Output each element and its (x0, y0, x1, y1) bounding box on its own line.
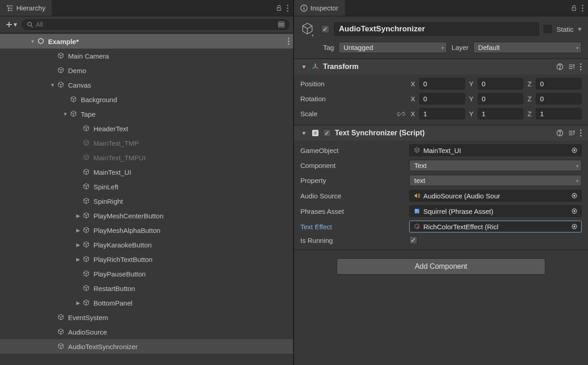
hierarchy-item[interactable]: AudioSource (0, 325, 293, 339)
preset-icon[interactable] (568, 129, 575, 137)
hierarchy-item[interactable]: ▼Canvas (0, 78, 293, 92)
kebab-menu-icon[interactable] (580, 63, 582, 70)
gameobject-icon (82, 138, 91, 148)
create-button[interactable]: ▾ (4, 20, 19, 30)
expand-toggle[interactable]: ▼ (300, 130, 308, 136)
add-component-button[interactable]: Add Component (337, 258, 545, 275)
audio-source-label: Audio Source (300, 192, 406, 200)
layer-dropdown[interactable]: Default (473, 42, 582, 53)
expand-toggle[interactable]: ▶ (74, 213, 82, 219)
preset-icon[interactable] (568, 63, 575, 70)
gameobject-icon (82, 226, 91, 235)
hierarchy-item[interactable]: SpinLeft (0, 179, 293, 194)
static-checkbox[interactable] (544, 25, 552, 33)
gameobject-field[interactable]: MainText_UI (409, 144, 582, 156)
object-icon[interactable]: ▾ (300, 21, 317, 37)
svg-point-38 (580, 66, 582, 68)
property-dropdown[interactable]: text (409, 175, 582, 186)
expand-toggle[interactable]: ▼ (29, 39, 36, 44)
expand-toggle[interactable]: ▶ (74, 242, 82, 248)
object-name-field[interactable]: AudioTextSynchronizer (334, 22, 539, 36)
rotation-x-field[interactable]: 0 (419, 93, 465, 104)
rotation-y-field[interactable]: 0 (478, 93, 524, 104)
hierarchy-item[interactable]: ▼Tape (0, 107, 293, 121)
position-label: Position (300, 80, 406, 88)
cube-icon (413, 147, 421, 154)
svg-point-26 (582, 10, 583, 11)
gameobject-icon (82, 284, 91, 293)
hierarchy-item[interactable]: SpinRight (0, 194, 293, 208)
hierarchy-item[interactable]: HeaderText (0, 121, 293, 136)
hierarchy-item[interactable]: Demo (0, 63, 293, 78)
expand-toggle[interactable]: ▼ (49, 82, 56, 88)
hierarchy-item[interactable]: ▶PlayMeshAlphaButton (0, 223, 293, 237)
object-picker-icon[interactable] (570, 192, 578, 200)
text-effect-label: Text Effect (300, 223, 406, 231)
z-label: Z (526, 80, 533, 88)
scene-row[interactable]: ▼ Example* (0, 34, 293, 49)
kebab-menu-icon[interactable] (580, 129, 582, 137)
svg-point-8 (287, 7, 289, 9)
hierarchy-item[interactable]: MainText_TMPUI (0, 150, 293, 165)
expand-toggle[interactable]: ▶ (74, 300, 82, 306)
scale-y-field[interactable]: 1 (478, 108, 524, 119)
lock-icon[interactable] (571, 5, 577, 11)
kebab-menu-icon[interactable] (287, 5, 289, 12)
hierarchy-item[interactable]: RestartButton (0, 281, 293, 296)
hierarchy-search[interactable] (22, 19, 289, 30)
hierarchy-item[interactable]: MainText_UI (0, 165, 293, 179)
enabled-checkbox[interactable]: ✓ (321, 25, 329, 33)
expand-toggle[interactable]: ▼ (62, 111, 69, 117)
hierarchy-item[interactable]: ▶PlayKaraokeButton (0, 237, 293, 252)
script-header[interactable]: ▼ # ✓ Text Synchronizer (Script) (294, 125, 588, 141)
hierarchy-item[interactable]: AudioTextSynchronizer (0, 339, 293, 354)
audio-source-field[interactable]: AudioSource (Audio Sour (409, 190, 582, 202)
help-icon[interactable] (556, 63, 564, 70)
rotation-label: Rotation (300, 95, 406, 103)
inspector-tab[interactable]: Inspector (294, 0, 345, 16)
svg-point-18 (288, 41, 289, 42)
hierarchy-tab[interactable]: Hierarchy (0, 0, 52, 16)
gameobject-icon (56, 327, 65, 336)
search-type-icon[interactable] (278, 21, 284, 28)
gameobject-icon (56, 80, 65, 89)
position-z-field[interactable]: 0 (536, 78, 582, 89)
static-dropdown-caret-icon[interactable]: ▾ (578, 25, 582, 33)
is-running-checkbox[interactable]: ✓ (409, 236, 417, 244)
scene-menu-icon[interactable] (288, 38, 289, 45)
svg-line-29 (313, 67, 315, 69)
help-icon[interactable] (556, 129, 564, 137)
scale-z-field[interactable]: 1 (536, 108, 582, 119)
inspector-panel: Inspector ▾ ✓ AudioTextSynchronizer Stat… (294, 0, 588, 365)
position-y-field[interactable]: 0 (478, 78, 524, 89)
search-input[interactable] (36, 21, 275, 28)
expand-toggle[interactable]: ▶ (74, 256, 82, 262)
expand-toggle[interactable]: ▶ (74, 227, 82, 233)
hierarchy-item[interactable]: PlayPauseButton (0, 266, 293, 281)
rotation-z-field[interactable]: 0 (536, 93, 582, 104)
constrain-proportions-icon[interactable] (397, 111, 406, 117)
hierarchy-item[interactable]: Background (0, 92, 293, 107)
hierarchy-item[interactable]: MainText_TMP (0, 136, 293, 150)
object-picker-icon[interactable] (570, 146, 578, 154)
hierarchy-item-label: AudioSource (68, 328, 107, 336)
object-picker-icon[interactable] (570, 207, 578, 215)
hierarchy-item[interactable]: Main Camera (0, 49, 293, 63)
object-picker-icon[interactable] (570, 222, 578, 231)
hierarchy-item[interactable]: ▶PlayRichTextButton (0, 252, 293, 266)
script-enabled-checkbox[interactable]: ✓ (323, 129, 331, 137)
position-x-field[interactable]: 0 (419, 78, 465, 89)
component-dropdown[interactable]: Text (409, 160, 582, 171)
text-effect-field[interactable]: RichColorTextEffect (Ricl (409, 221, 582, 232)
expand-toggle[interactable]: ▼ (300, 64, 308, 69)
transform-header[interactable]: ▼ Transform (294, 59, 588, 74)
hierarchy-item[interactable]: ▶PlayMeshCenterButton (0, 208, 293, 223)
hierarchy-item[interactable]: ▶BottomPanel (0, 296, 293, 310)
scale-x-field[interactable]: 1 (419, 108, 465, 119)
svg-point-4 (8, 10, 9, 10)
hierarchy-item[interactable]: EventSystem (0, 310, 293, 325)
phrases-asset-field[interactable]: Squirrel (Phrase Asset) (409, 205, 582, 217)
tag-dropdown[interactable]: Untagged (338, 42, 447, 53)
lock-icon[interactable] (276, 5, 282, 11)
kebab-menu-icon[interactable] (582, 5, 583, 12)
